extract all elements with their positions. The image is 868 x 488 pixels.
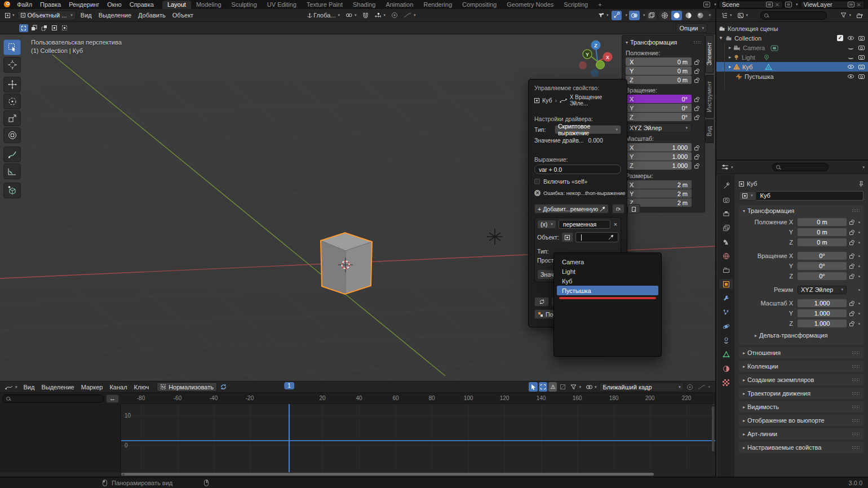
shading-rendered-icon[interactable] — [695, 11, 706, 20]
delta-transform-panel-header[interactable]: ▸Дельта-трансформация — [739, 330, 862, 340]
collapsed-panel-header[interactable]: ▸Настраиваемые свойства — [739, 442, 863, 453]
select-mode-intersect-icon[interactable] — [60, 24, 69, 32]
outliner-row-scene-collection[interactable]: Коллекция сцены — [716, 24, 868, 33]
lock-icon[interactable] — [694, 108, 698, 111]
graph-menu[interactable]: Выделение — [38, 384, 77, 391]
current-frame-badge[interactable]: 1 — [284, 382, 294, 389]
tool-scale[interactable] — [3, 110, 21, 126]
scale-y-field[interactable]: Y1.000 — [626, 152, 692, 161]
disable-render-icon[interactable] — [858, 36, 865, 41]
auto-normalize-refresh-icon[interactable] — [218, 382, 229, 392]
expression-input[interactable]: var + 0.0 — [534, 165, 621, 174]
filter-icon[interactable]: ▾ — [569, 382, 583, 392]
graph-menu[interactable]: Канал — [106, 384, 130, 391]
lock-icon[interactable] — [694, 147, 698, 150]
prop-rotation-z[interactable]: 0° — [798, 272, 847, 280]
shading-material-icon[interactable] — [683, 11, 694, 20]
eyedropper-icon[interactable] — [600, 206, 605, 212]
lock-icon[interactable] — [694, 165, 698, 168]
disable-render-icon[interactable] — [858, 46, 865, 50]
object-visibility-dropdown[interactable]: ▾ — [596, 11, 610, 20]
xray-toggle-icon[interactable] — [646, 11, 657, 20]
scale-z-field[interactable]: Z1.000 — [626, 161, 692, 170]
blender-logo-icon[interactable] — [3, 1, 11, 9]
tool-add-cube[interactable] — [3, 183, 21, 198]
prop-location-x[interactable]: 0 m — [798, 218, 847, 226]
dim-x-field[interactable]: X2 m — [626, 180, 692, 189]
properties-options-icon[interactable]: ▾ — [862, 165, 865, 170]
frame-snap-dropdown[interactable]: Ближайший кадр▾ — [599, 383, 684, 392]
viewport-menu[interactable]: Объект — [169, 12, 197, 19]
tool-rotate[interactable] — [3, 94, 21, 109]
tab-world[interactable] — [719, 251, 733, 261]
collapsed-panel-header[interactable]: ▸Создание экземпляров — [739, 374, 863, 385]
tab-modifiers[interactable] — [719, 293, 733, 303]
navigation-gizmo[interactable]: Z Y X — [575, 36, 620, 82]
lock-icon[interactable] — [694, 117, 698, 120]
breadcrumb-object-name[interactable]: Куб — [747, 180, 757, 187]
copy-driver-icon[interactable] — [612, 204, 625, 214]
remove-viewlayer-icon[interactable]: ✕ — [857, 2, 861, 8]
eyedropper-icon[interactable] — [608, 234, 614, 240]
workspace-tab[interactable]: Modeling — [191, 1, 227, 9]
outliner-row-collection[interactable]: ▼ Collection ✓ — [716, 33, 868, 43]
lock-icon[interactable] — [694, 79, 698, 83]
viewport-menu[interactable]: Вид — [77, 12, 95, 19]
tab-texture[interactable] — [719, 378, 733, 388]
collapsed-panel-header[interactable]: ▸Траектории движения — [739, 388, 863, 399]
variable-name-input[interactable]: переменная — [559, 220, 610, 229]
vertical-scrollbar[interactable] — [712, 406, 714, 451]
tab-scene[interactable] — [719, 237, 733, 247]
rotation-y-field[interactable]: Y0° — [626, 104, 692, 112]
new-viewlayer-icon[interactable] — [848, 2, 854, 7]
collection-checkbox[interactable]: ✓ — [837, 35, 843, 41]
empty-object[interactable] — [487, 229, 503, 245]
horizontal-scrollbar[interactable] — [121, 473, 654, 476]
expand-icon[interactable]: ▸ — [729, 64, 731, 69]
normalize-toggle[interactable]: Нормализовать — [157, 382, 217, 392]
editor-type-properties-icon[interactable]: ▾ — [720, 162, 735, 172]
paste-driver-icon[interactable] — [628, 204, 640, 214]
options-dropdown[interactable]: Опции▾ — [676, 23, 707, 33]
outliner-search-input[interactable] — [760, 11, 827, 20]
shading-solid-icon[interactable] — [671, 11, 682, 20]
channel-search-input[interactable] — [2, 394, 104, 403]
show-hidden-icon[interactable] — [539, 382, 547, 392]
collapsed-panel-header[interactable]: ▸Арт-линии — [739, 428, 863, 440]
outliner-filter-icon[interactable]: ▾ — [839, 11, 853, 20]
workspace-tab[interactable]: + — [593, 1, 606, 9]
topbar-menu[interactable]: Справка — [126, 1, 158, 8]
outliner-display-mode-dropdown[interactable]: ▾ — [719, 11, 734, 20]
outliner-row-camera[interactable]: ▸ Camera — [716, 43, 868, 52]
transform-orientation-dropdown[interactable]: Глоба...▾ — [305, 11, 342, 20]
playhead-line[interactable] — [289, 404, 290, 472]
snap-target-dropdown[interactable]: ▾ — [373, 11, 388, 20]
graph-menu[interactable]: Вид — [20, 384, 38, 391]
outliner-row-empty[interactable]: Пустышка — [716, 72, 868, 81]
variable-type-dropdown[interactable]: (x)▾ — [537, 220, 556, 229]
snap-magnet-icon[interactable] — [361, 11, 370, 20]
proportional-editing-icon[interactable] — [389, 11, 400, 20]
prop-rotation-x[interactable]: 0° — [798, 252, 847, 260]
viewlayer-icon[interactable] — [785, 2, 792, 7]
driver-fcurve-line[interactable] — [121, 440, 715, 441]
proportional-falloff-icon[interactable]: ▾ — [402, 11, 418, 20]
collapsed-panel-header[interactable]: ▸Видимость — [739, 401, 863, 412]
lock-icon[interactable] — [694, 61, 698, 65]
workspace-tab[interactable]: Rendering — [418, 1, 457, 9]
tool-annotate[interactable] — [3, 147, 21, 162]
overlays-toggle-icon[interactable] — [629, 11, 640, 20]
dropdown-item[interactable]: Куб — [557, 276, 658, 286]
tool-transform[interactable] — [3, 127, 21, 143]
outliner-row-cube[interactable]: ▸ Куб — [716, 62, 868, 72]
workspace-tab[interactable]: UV Editing — [262, 1, 302, 9]
viewport-menu[interactable]: Добавить — [135, 12, 169, 19]
collapsed-panel-header[interactable]: ▸Отношения — [739, 347, 863, 358]
add-input-variable-button[interactable]: +Добавит...ременную — [534, 204, 609, 214]
workspace-tab[interactable]: Animation — [380, 1, 418, 9]
location-x-field[interactable]: X0 m — [626, 57, 692, 66]
workspace-tab[interactable]: Layout — [162, 1, 191, 9]
hidden-eye-icon[interactable] — [848, 55, 854, 59]
lock-icon[interactable] — [694, 156, 698, 159]
tab-particles[interactable] — [719, 307, 733, 317]
